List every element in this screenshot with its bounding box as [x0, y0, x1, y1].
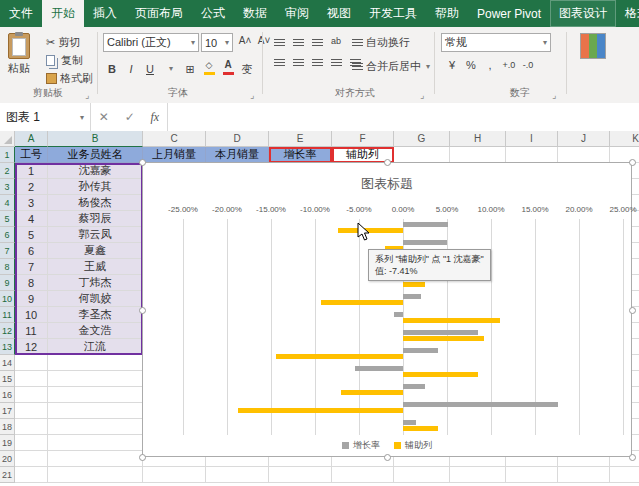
col-header-E[interactable]: E [269, 131, 332, 147]
legend-item-增长率[interactable]: 增长率 [342, 439, 380, 452]
comma-style-button[interactable]: , [481, 59, 499, 71]
row-header-3[interactable]: 3 [0, 179, 15, 195]
cell-B1[interactable]: 业务员姓名 [48, 147, 143, 163]
axis-label[interactable]: 10.00% [477, 205, 504, 214]
chart-bar-辅助列-江流[interactable] [403, 426, 438, 431]
cell-F21[interactable] [332, 467, 394, 483]
cell-A1[interactable]: 工号 [15, 147, 48, 163]
row-header-4[interactable]: 4 [0, 195, 15, 211]
axis-label[interactable]: -10.00% [300, 205, 330, 214]
number-format-combo[interactable]: 常规 ▾ [441, 33, 551, 52]
align-center-button[interactable] [289, 59, 307, 67]
cell-B10[interactable]: 何凯姣 [48, 291, 143, 307]
phonetic-button[interactable]: 变 [238, 63, 256, 75]
cell-A16[interactable] [15, 387, 48, 403]
row-header-21[interactable]: 21 [0, 467, 15, 483]
chart-bar-辅助列-金文浩[interactable] [238, 408, 403, 413]
chart-bar-辅助列-蔡羽辰[interactable] [403, 282, 425, 287]
ribbon-tab-视图[interactable]: 视图 [318, 0, 360, 27]
name-box[interactable]: 图表 1 ▾ [0, 103, 91, 131]
chart-legend[interactable]: 增长率辅助列 [143, 439, 631, 452]
chart-bar-增长率-何凯姣[interactable] [355, 366, 403, 371]
cell-B20[interactable] [48, 451, 143, 467]
cell-B19[interactable] [48, 435, 143, 451]
cell-B2[interactable]: 沈嘉豪 [48, 163, 143, 179]
axis-label[interactable]: 25.00% [609, 205, 636, 214]
row-header-14[interactable]: 14 [0, 355, 15, 371]
format-painter-button[interactable]: 格式刷 [46, 71, 93, 86]
ribbon-tab-开始[interactable]: 开始 [42, 0, 84, 27]
row-header-19[interactable]: 19 [0, 435, 15, 451]
row-header-11[interactable]: 11 [0, 307, 15, 323]
row-header-7[interactable]: 7 [0, 243, 15, 259]
chart-bar-辅助列-夏鑫[interactable] [403, 318, 500, 323]
row-header-17[interactable]: 17 [0, 403, 15, 419]
axis-label[interactable]: -25.00% [168, 205, 198, 214]
clipboard-dialog-launcher[interactable]: ⌟ [85, 90, 89, 100]
cell-E1[interactable]: 增长率 [269, 147, 332, 163]
row-header-2[interactable]: 2 [0, 163, 15, 179]
cut-button[interactable]: ✂ 剪切 [46, 35, 80, 50]
number-dialog-launcher[interactable]: ⌟ [552, 90, 556, 100]
align-right-button[interactable] [308, 59, 326, 67]
accounting-format-button[interactable]: ¥ [443, 59, 461, 71]
cell-B7[interactable]: 夏鑫 [48, 243, 143, 259]
cell-B21[interactable] [48, 467, 143, 483]
chart-resize-handle[interactable] [139, 307, 146, 314]
row-header-5[interactable]: 5 [0, 211, 15, 227]
ribbon-tab-数据[interactable]: 数据 [234, 0, 276, 27]
ribbon-tab-帮助[interactable]: 帮助 [426, 0, 468, 27]
axis-label[interactable]: 20.00% [565, 205, 592, 214]
font-size-combo[interactable]: 10 ▾ [201, 33, 233, 52]
increase-decimal-button[interactable]: +.0 [500, 59, 518, 71]
axis-label[interactable]: -20.00% [212, 205, 242, 214]
cell-D21[interactable] [206, 467, 269, 483]
decrease-decimal-button[interactable]: -.0 [519, 59, 537, 71]
col-header-K[interactable]: K [610, 131, 639, 147]
cell-A20[interactable] [15, 451, 48, 467]
axis-label[interactable]: 0.00% [392, 205, 415, 214]
row-header-1[interactable]: 1 [0, 147, 15, 163]
grow-font-button[interactable]: A˄ [236, 35, 254, 47]
chart-bar-增长率-沈嘉豪[interactable] [403, 222, 448, 227]
cell-A5[interactable]: 4 [15, 211, 48, 227]
chart-bar-增长率-郭云凤[interactable] [403, 294, 421, 299]
axis-label[interactable]: 15.00% [521, 205, 548, 214]
ribbon-tab-开发工具[interactable]: 开发工具 [360, 0, 426, 27]
ribbon-tab-页面布局[interactable]: 页面布局 [126, 0, 192, 27]
row-header-15[interactable]: 15 [0, 371, 15, 387]
col-header-A[interactable]: A [15, 131, 48, 147]
orientation-button[interactable]: ab [327, 35, 345, 47]
decrease-indent-button[interactable] [327, 59, 345, 67]
chart-resize-handle[interactable] [384, 159, 391, 166]
cell-B16[interactable] [48, 387, 143, 403]
font-color-button[interactable]: A [219, 59, 237, 75]
bold-button[interactable]: B [103, 63, 121, 75]
col-header-B[interactable]: B [48, 131, 143, 147]
chart-bar-辅助列-郭云凤[interactable] [321, 300, 403, 305]
chart-bar-增长率-丁炜杰[interactable] [403, 348, 438, 353]
cell-A15[interactable] [15, 371, 48, 387]
row-header-6[interactable]: 6 [0, 227, 15, 243]
font-name-combo[interactable]: Calibri (正文) ▾ [103, 33, 199, 52]
cell-B5[interactable]: 蔡羽辰 [48, 211, 143, 227]
select-all-corner[interactable] [0, 131, 15, 147]
row-header-13[interactable]: 13 [0, 339, 15, 355]
cell-H21[interactable] [450, 467, 506, 483]
chart-bar-增长率-李圣杰[interactable] [403, 384, 425, 389]
ribbon-tab-Power Pivot[interactable]: Power Pivot [468, 0, 550, 27]
row-header-12[interactable]: 12 [0, 323, 15, 339]
chart-bar-增长率-江流[interactable] [403, 420, 416, 425]
cell-A9[interactable]: 8 [15, 275, 48, 291]
cell-A3[interactable]: 2 [15, 179, 48, 195]
cell-D1[interactable]: 本月销量 [206, 147, 269, 163]
cell-A10[interactable]: 9 [15, 291, 48, 307]
col-header-D[interactable]: D [206, 131, 269, 147]
cell-A18[interactable] [15, 419, 48, 435]
cell-B4[interactable]: 杨俊杰 [48, 195, 143, 211]
row-header-8[interactable]: 8 [0, 259, 15, 275]
align-left-button[interactable] [270, 59, 288, 67]
chart-bar-辅助列-李圣杰[interactable] [341, 390, 403, 395]
cell-B6[interactable]: 郭云凤 [48, 227, 143, 243]
row-header-18[interactable]: 18 [0, 419, 15, 435]
